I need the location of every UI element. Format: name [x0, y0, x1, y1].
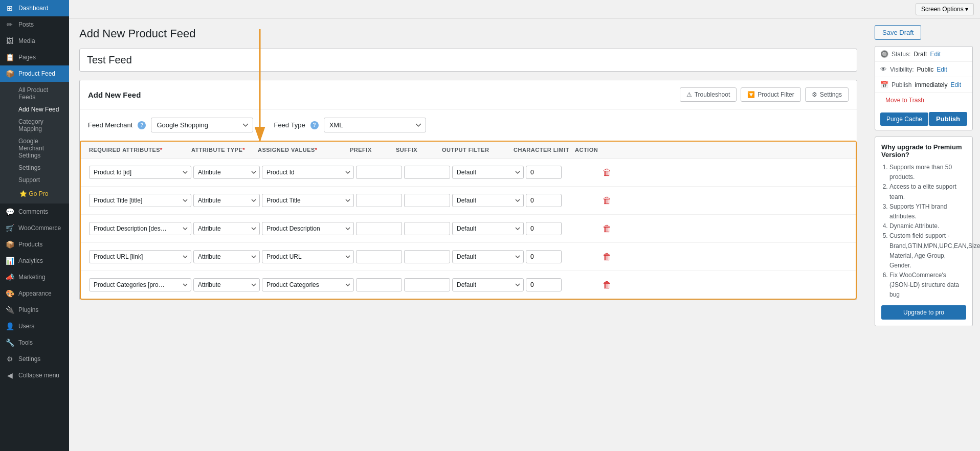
- assigned-value-select-2[interactable]: Product Title: [262, 194, 354, 207]
- upgrade-to-pro-button[interactable]: Upgrade to pro: [881, 305, 966, 320]
- prefix-input-1[interactable]: [356, 166, 402, 179]
- required-attr-select-1[interactable]: Product Id [id]: [89, 166, 191, 179]
- char-limit-input-1[interactable]: [526, 166, 562, 179]
- sidebar-item-marketing[interactable]: 📣 Marketing: [0, 269, 69, 285]
- move-to-trash-link[interactable]: Move to Trash: [880, 95, 967, 106]
- sidebar-item-appearance[interactable]: 🎨 Appearance: [0, 285, 69, 302]
- delete-row-1-button[interactable]: 🗑: [589, 167, 625, 178]
- attributes-section: REQUIRED ATTRIBUTES* ATTRIBUTE TYPE* ASS…: [80, 141, 857, 300]
- upgrade-list: Supports more than 50 products. Access t…: [881, 163, 966, 300]
- suffix-input-4[interactable]: [404, 250, 450, 263]
- output-filter-select-3[interactable]: Default: [452, 222, 524, 235]
- publish-button[interactable]: Publish: [929, 112, 967, 126]
- sidebar-item-comments[interactable]: 💬 Comments: [0, 204, 69, 220]
- product-feed-icon: 📦: [5, 70, 14, 78]
- sidebar-item-users[interactable]: 👤 Users: [0, 318, 69, 334]
- collapse-icon: ◀: [5, 371, 14, 379]
- attribute-row: Product Description [des… Attribute Prod…: [81, 215, 856, 243]
- delete-row-4-button[interactable]: 🗑: [589, 252, 625, 262]
- sidebar-item-all-feeds[interactable]: All Product Feeds: [14, 84, 69, 103]
- feed-type-select[interactable]: XML: [324, 118, 426, 132]
- visibility-icon: 👁: [880, 65, 887, 73]
- sidebar-item-woocommerce[interactable]: 🛒 WooCommerce: [0, 220, 69, 236]
- publish-time-edit-link[interactable]: Edit: [950, 81, 961, 88]
- required-attr-select-2[interactable]: Product Title [title]: [89, 194, 191, 207]
- suffix-input-3[interactable]: [404, 222, 450, 235]
- status-label: Status:: [892, 51, 910, 58]
- attr-type-select-2[interactable]: Attribute: [193, 194, 260, 207]
- sidebar-item-google-merchant[interactable]: Google Merchant Settings: [14, 135, 69, 162]
- output-filter-select-5[interactable]: Default: [452, 278, 524, 291]
- sidebar-item-add-new[interactable]: Add New Feed: [14, 103, 69, 116]
- char-limit-input-3[interactable]: [526, 222, 562, 235]
- output-filter-select-2[interactable]: Default: [452, 194, 524, 207]
- sidebar-item-settings-main[interactable]: ⚙ Settings: [0, 351, 69, 367]
- assigned-value-select-3[interactable]: Product Description: [262, 222, 354, 235]
- merchant-help-icon[interactable]: ?: [138, 121, 146, 129]
- suffix-input-5[interactable]: [404, 278, 450, 291]
- attribute-row: Product URL [link] Attribute Product URL…: [81, 243, 856, 271]
- char-limit-input-4[interactable]: [526, 250, 562, 263]
- output-filter-select-1[interactable]: Default: [452, 166, 524, 179]
- screen-options-button[interactable]: Screen Options ▾: [916, 3, 974, 15]
- merchant-select[interactable]: Google Shopping: [151, 118, 253, 132]
- visibility-row: 👁 Visibility: Public Edit: [875, 62, 972, 77]
- troubleshoot-button[interactable]: ⚠ Troubleshoot: [680, 87, 737, 102]
- attr-type-select-3[interactable]: Attribute: [193, 222, 260, 235]
- char-limit-input-5[interactable]: [526, 278, 562, 291]
- sidebar-item-category-mapping[interactable]: Category Mapping: [14, 116, 69, 135]
- visibility-value: Public: [917, 66, 933, 73]
- assigned-value-select-1[interactable]: Product Id: [262, 166, 354, 179]
- save-draft-button[interactable]: Save Draft: [875, 25, 921, 40]
- col-action: ACTION: [575, 147, 611, 153]
- sidebar-item-support[interactable]: Support: [14, 174, 69, 186]
- attr-type-select-1[interactable]: Attribute: [193, 166, 260, 179]
- publish-time-value: immediately: [915, 81, 947, 88]
- attribute-row: Product Categories [pro… Attribute Produ…: [81, 271, 856, 299]
- pages-icon: 📋: [5, 53, 14, 61]
- comments-icon: 💬: [5, 208, 14, 216]
- upgrade-item-6: Fix WooCommerce's (JSON-LD) structure da…: [889, 270, 966, 300]
- prefix-input-2[interactable]: [356, 194, 402, 207]
- output-filter-select-4[interactable]: Default: [452, 250, 524, 263]
- delete-row-5-button[interactable]: 🗑: [589, 280, 625, 290]
- sidebar-item-tools[interactable]: 🔧 Tools: [0, 334, 69, 351]
- sidebar-item-plugins[interactable]: 🔌 Plugins: [0, 302, 69, 318]
- assigned-value-select-5[interactable]: Product Categories: [262, 278, 354, 291]
- delete-row-2-button[interactable]: 🗑: [589, 195, 625, 206]
- assigned-value-select-4[interactable]: Product URL: [262, 250, 354, 263]
- required-attr-select-3[interactable]: Product Description [des…: [89, 222, 191, 235]
- upgrade-item-2: Access to a elite support team.: [889, 182, 966, 201]
- sidebar-item-settings[interactable]: Settings: [14, 162, 69, 174]
- settings-button[interactable]: ⚙ Settings: [805, 87, 849, 102]
- required-marker-2: *: [242, 147, 245, 153]
- sidebar-item-products[interactable]: 📦 Products: [0, 236, 69, 253]
- required-attr-select-4[interactable]: Product URL [link]: [89, 250, 191, 263]
- suffix-input-1[interactable]: [404, 166, 450, 179]
- feed-type-help-icon[interactable]: ?: [310, 121, 319, 129]
- attr-type-select-5[interactable]: Attribute: [193, 278, 260, 291]
- sidebar-item-pages[interactable]: 📋 Pages: [0, 49, 69, 65]
- prefix-input-4[interactable]: [356, 250, 402, 263]
- attr-type-select-4[interactable]: Attribute: [193, 250, 260, 263]
- sidebar-item-analytics[interactable]: 📊 Analytics: [0, 253, 69, 269]
- char-limit-input-2[interactable]: [526, 194, 562, 207]
- delete-row-3-button[interactable]: 🗑: [589, 223, 625, 234]
- sidebar-item-dashboard[interactable]: ⊞ Dashboard: [0, 0, 69, 16]
- prefix-input-3[interactable]: [356, 222, 402, 235]
- purge-cache-button[interactable]: Purge Cache: [880, 112, 928, 126]
- visibility-edit-link[interactable]: Edit: [937, 66, 947, 73]
- sidebar-item-media[interactable]: 🖼 Media: [0, 33, 69, 49]
- status-edit-link[interactable]: Edit: [930, 51, 941, 58]
- woocommerce-icon: 🛒: [5, 224, 14, 232]
- suffix-input-2[interactable]: [404, 194, 450, 207]
- product-filter-button[interactable]: 🔽 Product Filter: [741, 87, 800, 102]
- sidebar-item-posts[interactable]: ✏ Posts: [0, 16, 69, 33]
- prefix-input-5[interactable]: [356, 278, 402, 291]
- go-pro-button[interactable]: ⭐ Go Pro: [14, 186, 69, 201]
- sidebar-item-collapse[interactable]: ◀ Collapse menu: [0, 367, 69, 384]
- feed-name-input[interactable]: [87, 54, 850, 66]
- required-attr-select-5[interactable]: Product Categories [pro…: [89, 278, 191, 291]
- feed-header-title: Add New Feed: [88, 91, 141, 99]
- sidebar-item-product-feed[interactable]: 📦 Product Feed: [0, 65, 69, 82]
